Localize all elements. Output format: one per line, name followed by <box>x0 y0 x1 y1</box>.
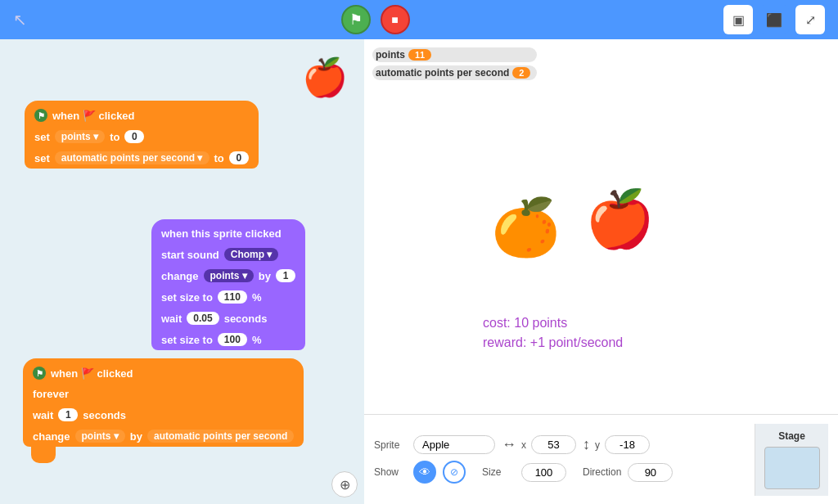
block-group-2: when this sprite clicked start sound Cho… <box>151 219 305 350</box>
stage-thumb-label: Stage <box>778 430 805 442</box>
auto-points-val-dropdown[interactable]: automatic points per second <box>147 430 294 443</box>
set-auto-points-block[interactable]: set automatic points per second ▾ to 0 <box>25 147 259 169</box>
set-size-100-block[interactable]: set size to 100 % <box>151 329 305 350</box>
top-bar: ↖ ▣ ⬛ ⤢ <box>0 0 838 39</box>
apple-sprite[interactable]: 🍎 <box>585 191 655 246</box>
x-input[interactable] <box>531 435 576 454</box>
change-value[interactable]: 1 <box>276 269 295 282</box>
sprite-name-row: Sprite ↔ x ↕ y <box>374 435 755 454</box>
top-bar-left: ↖ <box>13 10 27 29</box>
start-sound-label: start sound <box>161 249 219 261</box>
fullscreen-button[interactable]: ⤢ <box>795 5 825 34</box>
orange-sprite[interactable]: 🍊 <box>491 199 561 254</box>
size-pct-2: % <box>252 334 262 346</box>
stage-area[interactable]: points 11 automatic points per second 2 … <box>364 39 838 414</box>
size-110-value[interactable]: 110 <box>218 290 247 304</box>
change-label: change <box>161 270 199 282</box>
sprite-info-bar: Sprite ↔ x ↕ y Show 👁 <box>364 414 838 504</box>
sprite-clicked-stack: when this sprite clicked start sound Cho… <box>151 219 305 350</box>
reward-line: reward: +1 point/second <box>483 333 623 353</box>
when-sprite-clicked-block[interactable]: when this sprite clicked <box>151 219 305 244</box>
set-size-100-label: set size to <box>161 334 213 346</box>
x-label: x <box>521 439 526 451</box>
top-bar-center <box>341 5 410 34</box>
cost-line: cost: 10 points <box>483 313 623 333</box>
stop-button[interactable] <box>381 5 410 34</box>
stage-thumb-panel: Stage <box>755 424 828 496</box>
small-stage-button[interactable]: ▣ <box>723 5 753 34</box>
set-label-2: set <box>34 152 50 164</box>
show-visible-button[interactable]: 👁 <box>413 461 436 484</box>
wait-005-value[interactable]: 0.05 <box>187 312 219 325</box>
sprite-icon-small: 🍎 <box>302 56 348 99</box>
wait-005-block[interactable]: wait 0.05 seconds <box>151 308 305 329</box>
forever-block[interactable]: forever <box>23 384 304 404</box>
by-label: by <box>259 270 271 282</box>
auto-points-monitor: automatic points per second 2 <box>372 65 537 80</box>
seconds-label-2: seconds <box>83 409 126 421</box>
when-flag-clicked-block-2[interactable]: ⚑ when 🚩 clicked <box>23 358 304 384</box>
points-monitor-value: 11 <box>408 49 431 61</box>
cost-reward-text: cost: 10 points reward: +1 point/second <box>483 313 623 353</box>
wait-label-2: wait <box>33 409 53 421</box>
stage-panel: points 11 automatic points per second 2 … <box>364 39 838 504</box>
show-label: Show <box>374 466 407 478</box>
sprite-name-input[interactable] <box>413 435 495 454</box>
auto-points-monitor-value: 2 <box>512 67 530 79</box>
points-dropdown-2[interactable]: points ▾ <box>204 269 254 282</box>
to-label-1: to <box>110 131 119 143</box>
when-sprite-label: when this sprite clicked <box>161 227 282 240</box>
wait-1-value[interactable]: 1 <box>58 408 78 421</box>
x-arrows-icon: ↔ <box>502 436 516 453</box>
y-input[interactable] <box>605 435 650 454</box>
change-points-block[interactable]: change points ▾ by 1 <box>151 265 305 286</box>
points-dropdown-3[interactable]: points ▾ <box>75 430 125 443</box>
points-monitor-label: points <box>376 49 405 61</box>
change-label-2: change <box>33 430 70 443</box>
block-group-1: ⚑ when 🚩 clicked set points ▾ to 0 set a… <box>25 101 259 169</box>
start-sound-block[interactable]: start sound Chomp ▾ <box>151 244 305 265</box>
size-input[interactable] <box>521 463 566 482</box>
auto-points-monitor-label: automatic points per second <box>376 67 509 79</box>
set-label-1: set <box>34 131 50 143</box>
when-clicked-stack-1: ⚑ when 🚩 clicked set points ▾ to 0 set a… <box>25 101 259 169</box>
points-monitor: points 11 <box>372 47 537 62</box>
main-area: 🍎 ⚑ when 🚩 clicked set points ▾ to 0 set… <box>0 39 838 504</box>
show-hidden-button[interactable]: ⊘ <box>443 461 466 484</box>
set-size-110-block[interactable]: set size to 110 % <box>151 286 305 308</box>
by-label-2: by <box>130 430 142 443</box>
green-flag-button[interactable] <box>341 5 371 34</box>
x-coord-group: ↔ x <box>502 435 576 454</box>
to-label-2: to <box>214 152 224 164</box>
wait-1-block[interactable]: wait 1 seconds <box>23 404 304 425</box>
y-coord-group: ↕ y <box>583 435 650 454</box>
when-flag-label-2: when 🚩 clicked <box>51 367 133 380</box>
auto-points-value[interactable]: 0 <box>229 151 249 164</box>
zoom-button[interactable]: ⊕ <box>331 471 358 497</box>
set-points-block[interactable]: set points ▾ to 0 <box>25 126 259 147</box>
auto-points-dropdown[interactable]: automatic points per second ▾ <box>55 151 210 164</box>
show-row: Show 👁 ⊘ Size Direction <box>374 461 755 484</box>
size-label: Size <box>482 466 515 478</box>
when-flag-clicked-block-1[interactable]: ⚑ when 🚩 clicked <box>25 101 259 126</box>
points-value-1[interactable]: 0 <box>124 130 144 143</box>
forever-bottom-curve <box>31 447 56 463</box>
forever-label: forever <box>33 388 69 400</box>
direction-label: Direction <box>583 466 621 478</box>
sprite-section: Sprite ↔ x ↕ y Show 👁 <box>374 435 755 484</box>
change-points-auto-block[interactable]: change points ▾ by automatic points per … <box>23 425 304 447</box>
normal-stage-button[interactable]: ⬛ <box>759 5 789 34</box>
size-100-value[interactable]: 100 <box>218 333 247 346</box>
cursor-icon: ↖ <box>13 10 27 29</box>
sound-dropdown[interactable]: Chomp ▾ <box>224 248 279 261</box>
code-panel: 🍎 ⚑ when 🚩 clicked set points ▾ to 0 set… <box>0 39 364 504</box>
set-size-110-label: set size to <box>161 291 213 304</box>
when-flag-label-1: when 🚩 clicked <box>52 110 135 122</box>
y-label: y <box>595 439 600 451</box>
points-dropdown-1[interactable]: points ▾ <box>55 130 105 143</box>
forever-stack: ⚑ when 🚩 clicked forever wait 1 seconds … <box>23 358 304 447</box>
stage-thumbnail[interactable] <box>764 447 820 489</box>
direction-input[interactable] <box>628 463 673 482</box>
block-group-3: ⚑ when 🚩 clicked forever wait 1 seconds … <box>23 358 304 463</box>
sprite-label: Sprite <box>374 439 407 451</box>
